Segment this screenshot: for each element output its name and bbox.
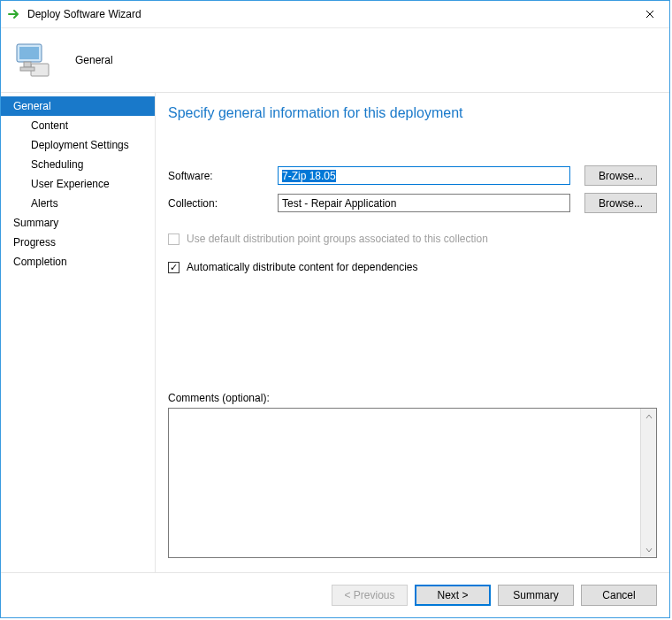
comments-textarea[interactable] <box>169 409 640 557</box>
nav-item-completion[interactable]: Completion <box>1 252 155 272</box>
auto-distribute-checkbox[interactable]: ✓ <box>168 262 179 273</box>
auto-distribute-checkbox-row[interactable]: ✓ Automatically distribute content for d… <box>168 257 657 277</box>
default-dp-groups-label: Use default distribution point groups as… <box>187 233 488 245</box>
wizard-main: Specify general information for this dep… <box>156 93 669 572</box>
software-input[interactable]: 7-Zip 18.05 <box>278 166 570 185</box>
wizard-window: Deploy Software Wizard General GeneralCo… <box>0 0 670 618</box>
wizard-body: GeneralContentDeployment SettingsSchedul… <box>1 93 669 572</box>
collection-row: Collection: Test - Repair Application Br… <box>168 193 657 213</box>
nav-item-scheduling[interactable]: Scheduling <box>1 155 155 174</box>
default-dp-groups-checkbox-row: Use default distribution point groups as… <box>168 229 657 249</box>
default-dp-groups-checkbox <box>168 233 179 245</box>
main-heading: Specify general information for this dep… <box>168 105 657 121</box>
nav-item-deployment-settings[interactable]: Deployment Settings <box>1 135 155 155</box>
cancel-button[interactable]: Cancel <box>581 585 657 606</box>
nav-item-user-experience[interactable]: User Experience <box>1 174 155 194</box>
wizard-footer: < Previous Next > Summary Cancel <box>1 572 669 617</box>
window-title: Deploy Software Wizard <box>27 8 630 20</box>
nav-item-summary[interactable]: Summary <box>1 213 155 233</box>
next-button[interactable]: Next > <box>415 585 491 606</box>
deploy-arrow-icon <box>8 7 22 21</box>
collection-label: Collection: <box>168 197 278 210</box>
svg-rect-1 <box>19 47 39 59</box>
wizard-header: General <box>1 28 669 93</box>
svg-rect-3 <box>24 62 31 67</box>
nav-item-alerts[interactable]: Alerts <box>1 194 155 213</box>
previous-button: < Previous <box>332 585 408 606</box>
computer-icon <box>11 39 68 81</box>
scroll-down-icon[interactable] <box>641 542 656 557</box>
titlebar: Deploy Software Wizard <box>1 1 669 28</box>
comments-scrollbar[interactable] <box>640 409 656 557</box>
collection-input[interactable]: Test - Repair Application <box>278 194 570 212</box>
page-title: General <box>75 54 113 66</box>
summary-button[interactable]: Summary <box>498 585 574 606</box>
close-button[interactable] <box>630 1 669 27</box>
software-row: Software: 7-Zip 18.05 Browse... <box>168 165 657 186</box>
software-browse-button[interactable]: Browse... <box>584 165 657 186</box>
comments-container <box>168 408 657 558</box>
auto-distribute-label: Automatically distribute content for dep… <box>187 261 418 273</box>
comments-label: Comments (optional): <box>168 392 657 404</box>
nav-item-general[interactable]: General <box>1 96 155 116</box>
scroll-up-icon[interactable] <box>641 409 656 424</box>
wizard-nav: GeneralContentDeployment SettingsSchedul… <box>1 93 156 572</box>
software-label: Software: <box>168 170 278 182</box>
nav-item-progress[interactable]: Progress <box>1 233 155 252</box>
nav-item-content[interactable]: Content <box>1 116 155 135</box>
collection-browse-button[interactable]: Browse... <box>584 193 657 213</box>
svg-rect-4 <box>20 67 34 71</box>
